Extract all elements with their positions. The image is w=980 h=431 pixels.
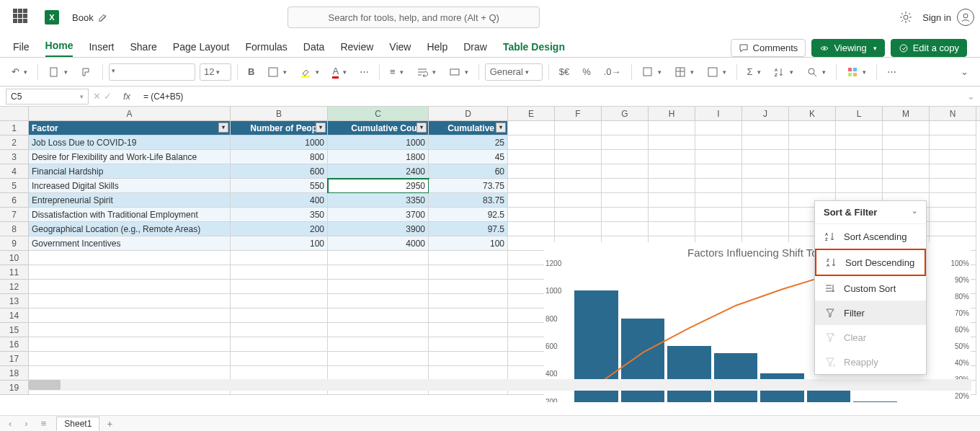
cell[interactable]: [429, 294, 508, 308]
cell[interactable]: [555, 135, 602, 150]
tab-help[interactable]: Help: [427, 41, 447, 57]
filter-dropdown-icon[interactable]: ▾: [416, 123, 427, 133]
autosum-button[interactable]: Σ: [743, 63, 765, 80]
row-header[interactable]: 11: [0, 265, 29, 280]
cell[interactable]: 73.75: [429, 179, 508, 193]
col-header-N[interactable]: N: [930, 107, 976, 120]
filter-dropdown-icon[interactable]: ▾: [218, 123, 228, 133]
cell[interactable]: [429, 366, 508, 381]
cell[interactable]: [328, 323, 429, 337]
cell[interactable]: [649, 179, 695, 193]
col-header-G[interactable]: G: [602, 107, 649, 120]
conditional-format-button[interactable]: [638, 63, 666, 81]
cell[interactable]: [695, 150, 742, 164]
find-button[interactable]: [802, 63, 830, 81]
cell[interactable]: [231, 294, 328, 308]
tab-table-design[interactable]: Table Design: [503, 41, 565, 57]
cell[interactable]: [328, 280, 429, 294]
tab-draw[interactable]: Draw: [463, 41, 487, 57]
cell[interactable]: Cumulative Count▾: [328, 121, 429, 135]
cell[interactable]: [930, 164, 976, 179]
comments-button[interactable]: Comments: [731, 39, 806, 57]
app-launcher-icon[interactable]: [13, 9, 30, 26]
row-header[interactable]: 4: [0, 164, 29, 179]
cell[interactable]: [429, 337, 508, 352]
cell[interactable]: [29, 308, 231, 323]
tab-share[interactable]: Share: [130, 41, 156, 57]
cell[interactable]: [231, 366, 328, 381]
cell[interactable]: Increased Digital Skills: [29, 179, 231, 193]
cell[interactable]: 1800: [328, 150, 429, 164]
number-format-selector[interactable]: General: [485, 63, 543, 81]
cell[interactable]: 3700: [328, 208, 429, 222]
cell[interactable]: [695, 135, 742, 150]
col-header-L[interactable]: L: [836, 107, 883, 120]
cell[interactable]: [29, 337, 231, 352]
cell[interactable]: [231, 265, 328, 280]
cell[interactable]: [328, 337, 429, 352]
avatar-icon[interactable]: [957, 9, 974, 26]
cell[interactable]: 92.5: [429, 208, 508, 222]
cell[interactable]: [789, 150, 836, 164]
cell[interactable]: [508, 121, 555, 135]
cell[interactable]: [555, 193, 602, 208]
row-header[interactable]: 19: [0, 381, 29, 395]
font-selector[interactable]: [109, 63, 195, 81]
cell[interactable]: [649, 222, 695, 236]
row-header[interactable]: 3: [0, 150, 29, 164]
sheet-nav-right[interactable]: ›: [22, 418, 30, 429]
cell[interactable]: [649, 121, 695, 135]
cell[interactable]: [508, 164, 555, 179]
collapse-ribbon-button[interactable]: ⌄: [956, 63, 973, 80]
cell[interactable]: 25: [429, 135, 508, 150]
cell[interactable]: [555, 164, 602, 179]
cell[interactable]: [789, 121, 836, 135]
cell[interactable]: [602, 222, 649, 236]
tab-data[interactable]: Data: [303, 41, 325, 57]
cell[interactable]: [602, 179, 649, 193]
col-header-B[interactable]: B: [231, 107, 328, 120]
cell[interactable]: Financial Hardship: [29, 164, 231, 179]
cell[interactable]: [930, 193, 976, 208]
cell[interactable]: [883, 150, 930, 164]
cell[interactable]: [328, 265, 429, 280]
cell[interactable]: [328, 352, 429, 366]
cell[interactable]: 3350: [328, 193, 429, 208]
cell[interactable]: 600: [231, 164, 328, 179]
format-table-button[interactable]: [670, 63, 698, 81]
cell[interactable]: [231, 352, 328, 366]
cell[interactable]: [508, 208, 555, 222]
cell[interactable]: [789, 135, 836, 150]
cell[interactable]: 100: [429, 236, 508, 251]
cell[interactable]: [742, 208, 789, 222]
col-header-M[interactable]: M: [883, 107, 930, 120]
edit-copy-button[interactable]: Edit a copy: [891, 39, 967, 57]
cell[interactable]: [29, 323, 231, 337]
col-header-E[interactable]: E: [508, 107, 555, 120]
cell[interactable]: [789, 179, 836, 193]
cell[interactable]: [742, 150, 789, 164]
cell[interactable]: 200: [231, 222, 328, 236]
cell[interactable]: [555, 208, 602, 222]
cell[interactable]: 800: [231, 150, 328, 164]
cell[interactable]: [930, 121, 976, 135]
cell[interactable]: [930, 208, 976, 222]
search-input[interactable]: Search for tools, help, and more (Alt + …: [288, 6, 540, 28]
cell[interactable]: [555, 179, 602, 193]
col-header-H[interactable]: H: [649, 107, 695, 120]
cell[interactable]: [695, 208, 742, 222]
cell[interactable]: Geographical Location (e.g., Remote Area…: [29, 222, 231, 236]
cell[interactable]: [29, 366, 231, 381]
formula-input[interactable]: = (C4+B5): [138, 92, 961, 102]
cell[interactable]: [231, 251, 328, 265]
row-header[interactable]: 5: [0, 179, 29, 193]
cell[interactable]: [328, 366, 429, 381]
cell[interactable]: [328, 294, 429, 308]
cell[interactable]: [29, 251, 231, 265]
row-header[interactable]: 1: [0, 121, 29, 135]
cell[interactable]: 60: [429, 164, 508, 179]
cell[interactable]: [508, 193, 555, 208]
chevron-down-icon[interactable]: ⌄: [912, 207, 917, 218]
cell[interactable]: [742, 135, 789, 150]
cell[interactable]: [649, 135, 695, 150]
